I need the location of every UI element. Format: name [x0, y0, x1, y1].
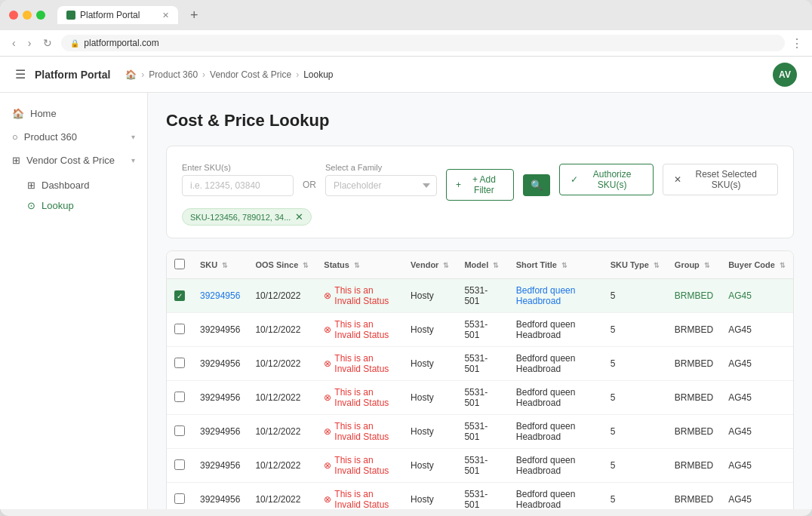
sku-label: Enter SKU(s): [182, 163, 294, 172]
col-header-status[interactable]: Status ⇅: [316, 251, 403, 279]
status-icon: ⊗: [324, 460, 331, 471]
cell-sku: 39294956: [192, 483, 248, 510]
col-header-group[interactable]: Group ⇅: [667, 251, 721, 279]
row-checkbox-cell: [167, 313, 192, 347]
cell-buyer-code: AG45: [721, 313, 793, 347]
select-all-checkbox[interactable]: [174, 259, 185, 269]
cell-group: BRMBED: [667, 347, 721, 381]
new-tab-button[interactable]: +: [184, 8, 205, 23]
data-table: SKU ⇅ OOS Since ⇅ Status ⇅ Vendor ⇅ Mode…: [166, 250, 794, 509]
address-bar[interactable]: 🔒 platformportal.com: [61, 35, 785, 51]
cell-vendor: Hosty: [403, 415, 457, 449]
filter-row: Enter SKU(s) OR Select a Family Placehol…: [182, 158, 778, 201]
col-header-vendor[interactable]: Vendor ⇅: [403, 251, 457, 279]
cell-oos: 10/12/2022: [248, 483, 316, 510]
row-checkbox[interactable]: [174, 358, 185, 368]
cell-sku-type: 5: [603, 449, 667, 483]
reset-button[interactable]: ✕ Reset Selected SKU(s): [663, 164, 778, 195]
col-header-oos[interactable]: OOS Since ⇅: [248, 251, 316, 279]
lookup-icon: ⊙: [27, 200, 35, 211]
row-checkbox[interactable]: [174, 459, 185, 470]
active-tab[interactable]: Platform Portal ✕: [57, 6, 178, 24]
cell-sku: 39294956: [192, 347, 248, 381]
cell-model: 5531-501: [457, 279, 508, 313]
row-checkbox[interactable]: [174, 425, 185, 436]
status-invalid: ⊗This is an Invalid Status: [324, 421, 395, 442]
sku-input[interactable]: [182, 175, 294, 196]
sku-tag: SKU-123456, 789012, 34... ✕: [182, 208, 312, 226]
cell-buyer-code: AG45: [721, 415, 793, 449]
cell-short-title: Bedford queen Headbroad: [509, 313, 603, 347]
cell-vendor: Hosty: [403, 279, 457, 313]
row-checkbox[interactable]: [174, 493, 185, 504]
cell-vendor: Hosty: [403, 449, 457, 483]
breadcrumb-current: Lookup: [303, 69, 333, 80]
status-invalid: ⊗This is an Invalid Status: [324, 455, 395, 476]
row-checkbox[interactable]: [174, 392, 185, 402]
table-header-row: SKU ⇅ OOS Since ⇅ Status ⇅ Vendor ⇅ Mode…: [167, 251, 793, 279]
hamburger-menu[interactable]: ☰: [15, 67, 26, 81]
select-all-header[interactable]: [167, 251, 192, 279]
sidebar-item-product360[interactable]: ○ Product 360 ▾: [0, 125, 147, 149]
cell-model: 5531-501: [457, 313, 508, 347]
search-button[interactable]: 🔍: [523, 174, 550, 196]
col-header-short-title[interactable]: Short Title ⇅: [509, 251, 603, 279]
forward-button[interactable]: ›: [25, 35, 35, 51]
family-select[interactable]: Placeholder: [325, 175, 437, 196]
cell-status: ⊗This is an Invalid Status: [316, 279, 403, 313]
add-filter-button[interactable]: + + Add Filter: [446, 169, 514, 201]
row-checkbox[interactable]: [174, 324, 185, 334]
cell-buyer-code: AG45: [721, 347, 793, 381]
sidebar-label-lookup: Lookup: [42, 200, 74, 211]
dashboard-icon: ⊞: [27, 180, 35, 191]
breadcrumb-product360[interactable]: Product 360: [149, 69, 198, 80]
sidebar-group-left-2: ⊞ Vendor Cost & Price: [12, 155, 115, 166]
sort-icon-oos: ⇅: [303, 262, 309, 269]
cell-sku: 39294956: [192, 449, 248, 483]
breadcrumb-home-icon: 🏠: [125, 69, 137, 80]
cell-group[interactable]: BRMBED: [667, 279, 721, 313]
row-checkbox-cell: [167, 415, 192, 449]
cell-buyer-code: AG45: [721, 449, 793, 483]
sort-icon-group: ⇅: [704, 262, 710, 269]
group-green: BRMBED: [675, 290, 713, 301]
sku-link[interactable]: 39294956: [200, 290, 240, 301]
col-header-model[interactable]: Model ⇅: [457, 251, 508, 279]
sku-tag-close[interactable]: ✕: [295, 211, 303, 223]
sidebar-item-dashboard[interactable]: ⊞ Dashboard: [27, 175, 147, 195]
minimize-button[interactable]: [23, 11, 32, 20]
cell-oos: 10/12/2022: [248, 347, 316, 381]
browser-titlebar: Platform Portal ✕ +: [0, 0, 812, 30]
row-checkbox-cell: [167, 449, 192, 483]
sort-icon-title: ⇅: [561, 262, 567, 269]
row-checkbox-cell: ✓: [167, 279, 192, 313]
cell-buyer-code[interactable]: AG45: [721, 279, 793, 313]
sidebar: 🏠 Home ○ Product 360 ▾ ⊞ Vendor Cost & P…: [0, 93, 148, 509]
table-row: 3929495610/12/2022⊗This is an Invalid St…: [167, 381, 793, 415]
more-options-button[interactable]: ⋮: [791, 36, 803, 51]
maximize-button[interactable]: [36, 11, 45, 20]
col-header-buyer-code[interactable]: Buyer Code ⇅: [721, 251, 793, 279]
title-link[interactable]: Bedford queen Headbroad: [516, 285, 576, 306]
content-area: Cost & Price Lookup Enter SKU(s) OR Sele…: [148, 93, 812, 509]
cell-oos: 10/12/2022: [248, 415, 316, 449]
check-icon: ✓: [571, 174, 578, 185]
sidebar-item-vendor-cost[interactable]: ⊞ Vendor Cost & Price ▾: [0, 149, 147, 172]
cell-sku[interactable]: 39294956: [192, 279, 248, 313]
cell-short-title[interactable]: Bedford queen Headbroad: [509, 279, 603, 313]
cell-model: 5531-501: [457, 415, 508, 449]
reload-button[interactable]: ↻: [40, 35, 55, 51]
sort-icon-status: ⇅: [354, 262, 360, 269]
col-header-sku[interactable]: SKU ⇅: [192, 251, 248, 279]
col-header-sku-type[interactable]: SKU Type ⇅: [603, 251, 667, 279]
breadcrumb-vendor-cost[interactable]: Vendor Cost & Price: [210, 69, 291, 80]
close-button[interactable]: [9, 11, 18, 20]
sidebar-item-lookup[interactable]: ⊙ Lookup: [27, 195, 147, 216]
authorize-button[interactable]: ✓ Authorize SKU(s): [559, 164, 654, 195]
row-checkbox-checked[interactable]: ✓: [174, 290, 185, 301]
tab-close-button[interactable]: ✕: [162, 11, 169, 20]
back-button[interactable]: ‹: [9, 35, 19, 51]
cell-oos: 10/12/2022: [248, 381, 316, 415]
cell-model: 5531-501: [457, 347, 508, 381]
sidebar-item-home[interactable]: 🏠 Home: [0, 102, 147, 125]
